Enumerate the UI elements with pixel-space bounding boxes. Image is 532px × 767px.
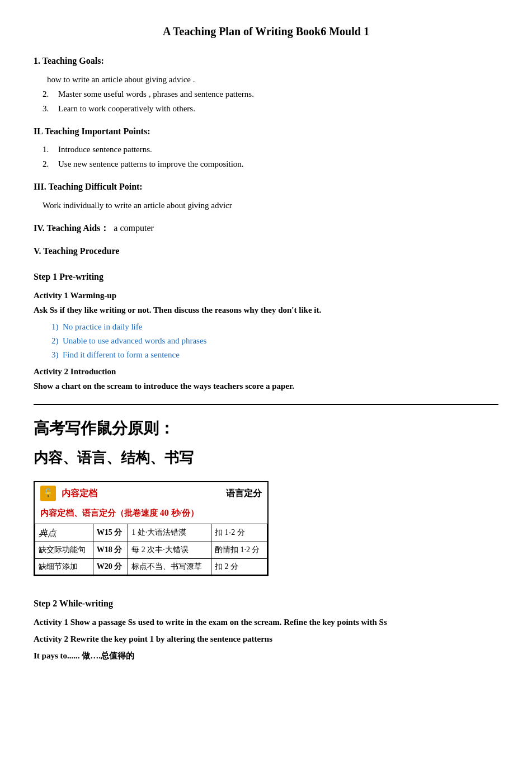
table-cell: 1 处·大语法错漠 [128, 524, 211, 542]
step2-activity1: Activity 1 Show a passage Ss used to wri… [34, 615, 498, 629]
section-difficult-point: III. Teaching Difficult Point: Work indi… [34, 180, 498, 212]
important-points-item-1: 1. Introduce sentence patterns. [43, 143, 498, 156]
score-box-right-text: 语言定分 [226, 486, 262, 501]
activity1: Activity 1 Warming-up Ask Ss if they lik… [34, 289, 498, 361]
important-points-body: 1. Introduce sentence patterns. 2. Use n… [43, 143, 498, 171]
chinese-title-1: 高考写作鼠分原则： [34, 416, 498, 441]
teaching-goals-body: how to write an article about giving adv… [43, 73, 498, 115]
important-points-title: IL Teaching Important Points: [34, 124, 498, 139]
table-cell: 缺交际功能句 [35, 542, 93, 558]
table-cell: 扣 1-2 分 [211, 524, 267, 542]
chinese-title-2: 内容、语言、结构、书写 [34, 446, 498, 470]
lock-icon: 🔓 [40, 486, 56, 501]
section-teaching-aids: IV. Teaching Aids： a computer [34, 221, 498, 236]
score-box-left-text: 内容定档 [62, 486, 97, 501]
teaching-procedure-title: V. Teaching Procedure [34, 244, 498, 258]
section-teaching-procedure: V. Teaching Procedure [34, 244, 498, 258]
table-cell: 典点 [35, 524, 93, 542]
activity1-label: Activity 1 Warming-up [34, 289, 498, 302]
score-box-header: 🔓 内容定档 语言定分 [35, 482, 267, 505]
score-box-subtitle: 内容定档、语言定分（批卷速度 40 秒/份） [35, 505, 267, 524]
score-box: 🔓 内容定档 语言定分 内容定档、语言定分（批卷速度 40 秒/份） 典点 W1… [34, 481, 269, 576]
table-cell: W18 分 [93, 542, 128, 558]
chinese-section: 高考写作鼠分原则： 内容、语言、结构、书写 🔓 内容定档 语言定分 内容定档、语… [34, 416, 498, 585]
step2-title: Step 2 While-writing [34, 596, 498, 611]
table-row: 缺交际功能句 W18 分 每 2 次丰·大错误 酌情扣 1·2 分 [35, 542, 267, 558]
step1-title: Step 1 Pre-writing [34, 270, 498, 284]
difficult-point-body: Work individually to write an article ab… [43, 199, 498, 212]
step2-activity2: Activity 2 Rewrite the key point 1 by al… [34, 632, 498, 646]
step2: Step 2 While-writing Activity 1 Show a p… [34, 596, 498, 662]
activity1-item-1: 2) Unable to use advanced words and phra… [51, 334, 498, 347]
teaching-goals-item-0: how to write an article about giving adv… [47, 73, 498, 86]
teaching-goals-item-2: 3. Learn to work cooperatively with othe… [43, 102, 498, 115]
table-cell: W15 分 [93, 524, 128, 542]
difficult-point-title: III. Teaching Difficult Point: [34, 180, 498, 194]
activity2-label: Activity 2 Introduction [34, 365, 498, 378]
teaching-goals-item-1: 2. Master some useful words , phrases an… [43, 87, 498, 101]
activity1-instruction: Ask Ss if they like writing or not. Then… [34, 303, 498, 317]
step2-it-pays: It pays to...... 做….总值得的 [34, 649, 498, 662]
table-cell: 标点不当、书写潦草 [128, 558, 211, 575]
table-cell: 酌情扣 1·2 分 [211, 542, 267, 558]
step2-body: Activity 1 Show a passage Ss used to wri… [34, 615, 498, 662]
activity1-item-2: 3) Find it different to form a sentence [51, 348, 498, 361]
activity2-instruction: Show a chart on the scream to introduce … [34, 379, 498, 393]
section-important-points: IL Teaching Important Points: 1. Introdu… [34, 124, 498, 171]
divider [34, 404, 498, 405]
table-cell: 扣 2 分 [211, 558, 267, 575]
teaching-aids-title: IV. Teaching Aids： a computer [34, 221, 498, 236]
score-table: 典点 W15 分 1 处·大语法错漠 扣 1-2 分 缺交际功能句 W18 分 … [35, 524, 267, 575]
activity2: Activity 2 Introduction Show a chart on … [34, 365, 498, 393]
table-cell: W20 分 [93, 558, 128, 575]
table-row: 缺细节添加 W20 分 标点不当、书写潦草 扣 2 分 [35, 558, 267, 575]
teaching-goals-title: 1. Teaching Goals: [34, 54, 498, 68]
step1: Step 1 Pre-writing Activity 1 Warming-up… [34, 270, 498, 393]
table-row: 典点 W15 分 1 处·大语法错漠 扣 1-2 分 [35, 524, 267, 542]
important-points-item-2: 2. Use new sentence patterns to improve … [43, 157, 498, 171]
table-cell: 缺细节添加 [35, 558, 93, 575]
table-cell: 每 2 次丰·大错误 [128, 542, 211, 558]
main-title: A Teaching Plan of Writing Book6 Mould 1 [34, 22, 498, 40]
activity1-item-0: 1) No practice in daily life [51, 320, 498, 333]
section-teaching-goals: 1. Teaching Goals: how to write an artic… [34, 54, 498, 115]
